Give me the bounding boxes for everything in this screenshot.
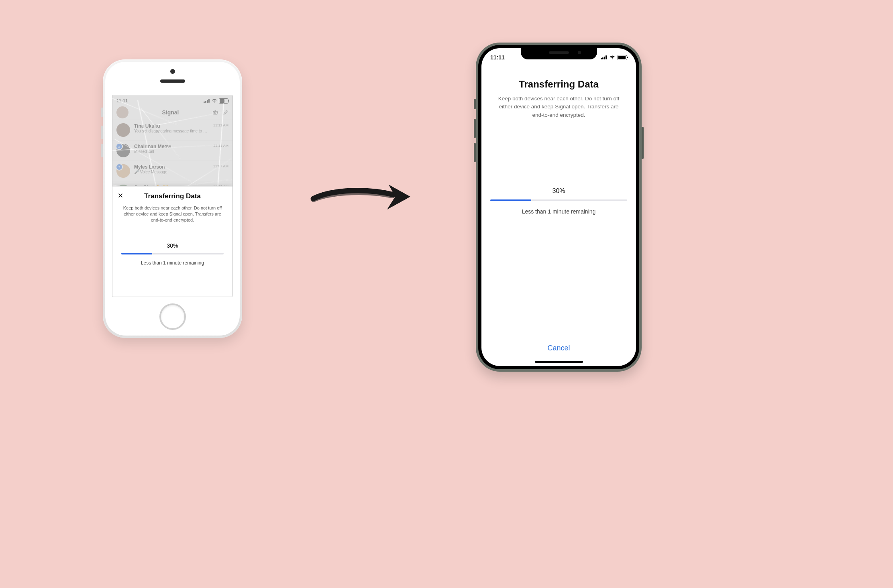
chat-avatar: 2 (116, 144, 130, 157)
home-button[interactable] (159, 303, 186, 330)
sheet-title: Transferring Data (117, 192, 228, 200)
chat-name: Myles Larson (134, 164, 209, 170)
svg-point-2 (214, 112, 216, 114)
progress-bar (121, 253, 224, 254)
chat-row[interactable]: 2Chairman MeowMissed call11:11 AM (112, 140, 232, 161)
battery-icon (219, 98, 228, 104)
battery-icon (618, 55, 627, 60)
earpiece-icon (160, 79, 185, 83)
chat-name: Tina Ukuku (134, 123, 209, 129)
chat-name: Chairman Meow (134, 144, 209, 149)
transfer-arrow-icon (309, 173, 414, 221)
transfer-sheet: Transferring Data Keep both devices near… (112, 186, 232, 297)
progress-percent: 30% (112, 242, 232, 249)
profile-avatar[interactable] (116, 106, 128, 118)
status-time: 11:11 (490, 54, 505, 61)
progress-eta: Less than 1 minute remaining (481, 208, 636, 215)
chat-preview: 🎤 Voice Message (134, 170, 209, 174)
camera-icon[interactable] (212, 110, 218, 115)
cancel-button[interactable]: Cancel (481, 344, 636, 352)
cellular-icon (601, 55, 607, 59)
chat-avatar: 7 (116, 164, 130, 178)
progress-fill (121, 253, 152, 254)
wifi-icon (212, 99, 217, 103)
old-iphone-device: 11:11 Signal Tina UkukuYou set dis (103, 59, 242, 338)
chat-time: 11:11 AM (213, 144, 228, 148)
home-indicator[interactable] (535, 361, 583, 363)
chat-time: 11:07 AM (213, 164, 228, 168)
page-description: Keep both devices near each other. Do no… (493, 95, 625, 119)
unread-badge: 2 (116, 143, 123, 150)
notch (521, 48, 597, 59)
new-iphone-device: 11:11 Transferring Data Keep both device… (476, 43, 642, 372)
front-camera-icon (170, 69, 175, 74)
progress-bar (490, 199, 627, 201)
chat-preview: Missed call (134, 149, 209, 154)
chat-preview: You set disappearing message time to 1… (134, 129, 209, 133)
sheet-description: Keep both devices near each other. Do no… (112, 203, 232, 223)
page-title: Transferring Data (493, 79, 625, 90)
compose-icon[interactable] (223, 110, 228, 115)
svg-point-3 (612, 58, 613, 59)
progress-fill (490, 199, 531, 201)
cellular-icon (204, 99, 210, 103)
progress-percent: 30% (481, 187, 636, 195)
chat-time: 11:11 AM (213, 123, 228, 127)
status-bar: 11:11 (112, 95, 232, 105)
close-icon[interactable] (116, 191, 124, 199)
chat-row[interactable]: Tina UkukuYou set disappearing message t… (112, 120, 232, 140)
wifi-icon (610, 55, 615, 59)
unread-badge: 7 (116, 163, 123, 171)
chat-avatar (116, 123, 130, 137)
app-title: Signal (162, 109, 179, 116)
svg-rect-1 (213, 111, 218, 114)
svg-point-0 (214, 102, 215, 102)
chat-row[interactable]: 7Myles Larson🎤 Voice Message11:07 AM (112, 161, 232, 181)
nav-bar: Signal (112, 105, 232, 120)
status-time: 11:11 (116, 98, 128, 103)
progress-eta: Less than 1 minute remaining (112, 260, 232, 266)
